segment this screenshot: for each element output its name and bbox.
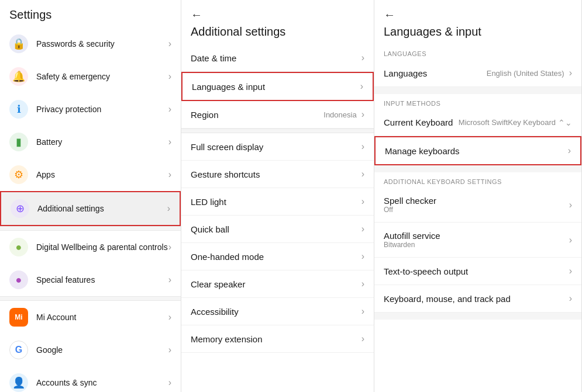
left-menu-item-battery[interactable]: ▮Battery› bbox=[0, 126, 181, 158]
mid-chevron-languages: › bbox=[360, 81, 363, 92]
mid-item-gesture[interactable]: Gesture shortcuts› bbox=[181, 161, 374, 188]
chevron-icon-accounts: › bbox=[168, 377, 171, 388]
icon-accounts: 👤 bbox=[9, 373, 28, 392]
section-divider bbox=[374, 165, 581, 172]
section-label-languages: LANGUAGES bbox=[374, 44, 581, 60]
mid-item-label-fullscreen: Full screen display bbox=[191, 142, 263, 152]
right-item-right-autofill: › bbox=[567, 235, 572, 245]
right-item-group-autofill: Autofill serviceBitwarden bbox=[384, 231, 440, 249]
mid-item-onehanded[interactable]: One-handed mode› bbox=[181, 243, 374, 270]
right-item-autofill[interactable]: Autofill serviceBitwarden› bbox=[374, 223, 581, 258]
left-item-label-apps: Apps bbox=[36, 170, 168, 179]
mid-chevron-fullscreen: › bbox=[361, 141, 364, 152]
icon-special: ● bbox=[9, 270, 28, 289]
right-item-manage-keyboards[interactable]: Manage keyboards› bbox=[374, 136, 581, 165]
chevron-icon-wellbeing: › bbox=[168, 242, 171, 252]
right-item-value-current-keyboard: Microsoft SwiftKey Keyboard bbox=[459, 118, 556, 127]
left-item-label-wellbeing: Digital Wellbeing & parental controls bbox=[36, 242, 168, 252]
chevron-icon-apps: › bbox=[168, 169, 171, 180]
right-item-value-languages: English (United States) bbox=[487, 69, 564, 78]
right-chevron-autofill: › bbox=[569, 235, 572, 245]
chevron-icon-mi: › bbox=[168, 312, 171, 322]
mid-chevron-memory: › bbox=[361, 334, 364, 344]
right-item-right-spell-checker: › bbox=[567, 200, 572, 210]
mid-item-led[interactable]: LED light› bbox=[181, 188, 374, 216]
mid-chevron-clearspeaker: › bbox=[361, 279, 364, 289]
mid-item-label-region: Region bbox=[191, 110, 219, 120]
right-back-arrow[interactable]: ← bbox=[384, 8, 572, 22]
mid-chevron-onehanded: › bbox=[361, 251, 364, 262]
right-item-group-keyboard-mouse: Keyboard, mouse, and track pad bbox=[384, 294, 511, 304]
chevron-icon-google: › bbox=[168, 345, 171, 355]
left-item-label-passwords: Passwords & security bbox=[36, 39, 168, 48]
right-chevron-tts: › bbox=[569, 266, 572, 276]
mid-chevron-led: › bbox=[361, 196, 364, 207]
section-divider bbox=[374, 87, 581, 94]
chevron-icon-passwords: › bbox=[168, 39, 171, 49]
right-chevron-spell-checker: › bbox=[569, 200, 572, 210]
right-item-spell-checker[interactable]: Spell checkerOff› bbox=[374, 188, 581, 223]
icon-battery: ▮ bbox=[9, 133, 28, 151]
mid-item-quickball[interactable]: Quick ball› bbox=[181, 216, 374, 243]
right-item-sub-autofill: Bitwarden bbox=[384, 241, 440, 249]
right-item-group-spell-checker: Spell checkerOff bbox=[384, 196, 436, 214]
mid-panel-title: Additional settings bbox=[191, 25, 364, 39]
mid-item-clearspeaker[interactable]: Clear speaker› bbox=[181, 270, 374, 298]
mid-item-label-onehanded: One-handed mode bbox=[191, 252, 264, 262]
right-item-label-manage-keyboards: Manage keyboards bbox=[385, 146, 460, 156]
mid-item-label-memory: Memory extension bbox=[191, 334, 263, 344]
right-item-current-keyboard[interactable]: Current KeyboardMicrosoft SwiftKey Keybo… bbox=[374, 109, 581, 136]
mid-item-datetime[interactable]: Date & time› bbox=[181, 44, 374, 72]
left-item-label-special: Special features bbox=[36, 275, 168, 285]
right-item-keyboard-mouse[interactable]: Keyboard, mouse, and track pad› bbox=[374, 285, 581, 313]
right-item-group-manage-keyboards: Manage keyboards bbox=[385, 146, 460, 156]
icon-wellbeing: ● bbox=[9, 238, 28, 256]
left-menu-item-safety[interactable]: 🔔Safety & emergency› bbox=[0, 60, 181, 93]
icon-google: G bbox=[9, 341, 28, 359]
mid-panel-header: ← Additional settings bbox=[181, 0, 374, 44]
section-label-input-methods: INPUT METHODS bbox=[374, 94, 581, 109]
chevron-icon-privacy: › bbox=[168, 104, 171, 115]
mid-settings-list: Date & time›Languages & input›RegionIndo… bbox=[181, 44, 374, 392]
left-panel-header: Settings bbox=[0, 0, 181, 27]
mid-panel: ← Additional settings Date & time›Langua… bbox=[181, 0, 374, 392]
left-menu-item-additional[interactable]: ⊕Additional settings› bbox=[0, 191, 181, 226]
left-item-label-safety: Safety & emergency bbox=[36, 72, 168, 81]
right-panel-title: Languages & input bbox=[384, 25, 572, 39]
right-item-languages[interactable]: LanguagesEnglish (United States)› bbox=[374, 60, 581, 87]
section-divider bbox=[374, 313, 581, 320]
icon-apps: ⚙ bbox=[9, 165, 28, 184]
right-item-group-current-keyboard: Current Keyboard bbox=[384, 117, 453, 127]
mid-item-region[interactable]: RegionIndonesia› bbox=[181, 101, 374, 129]
left-menu-item-accounts[interactable]: 👤Accounts & sync› bbox=[0, 366, 181, 392]
mid-item-fullscreen[interactable]: Full screen display› bbox=[181, 133, 374, 161]
right-item-label-current-keyboard: Current Keyboard bbox=[384, 117, 453, 127]
right-item-group-tts: Text-to-speech output bbox=[384, 266, 468, 276]
mid-back-arrow[interactable]: ← bbox=[191, 8, 364, 22]
mid-item-memory[interactable]: Memory extension› bbox=[181, 325, 374, 353]
mid-item-label-quickball: Quick ball bbox=[191, 224, 229, 234]
mid-item-label-clearspeaker: Clear speaker bbox=[191, 279, 245, 289]
chevron-icon-additional: › bbox=[167, 203, 170, 214]
mid-chevron-datetime: › bbox=[361, 53, 364, 63]
mid-item-accessibility[interactable]: Accessibility› bbox=[181, 298, 374, 325]
right-item-right-keyboard-mouse: › bbox=[567, 293, 572, 304]
section-label-additional-keyboard-settings: ADDITIONAL KEYBOARD SETTINGS bbox=[374, 172, 581, 188]
mid-item-label-led: LED light bbox=[191, 197, 226, 207]
left-menu-item-wellbeing[interactable]: ●Digital Wellbeing & parental controls› bbox=[0, 231, 181, 263]
left-menu-item-apps[interactable]: ⚙Apps› bbox=[0, 158, 181, 191]
left-menu-item-privacy[interactable]: ℹPrivacy protection› bbox=[0, 93, 181, 126]
right-item-tts[interactable]: Text-to-speech output› bbox=[374, 258, 581, 285]
left-item-label-additional: Additional settings bbox=[37, 204, 167, 213]
left-menu-item-special[interactable]: ●Special features› bbox=[0, 263, 181, 296]
icon-passwords: 🔒 bbox=[9, 34, 28, 53]
mid-chevron-quickball: › bbox=[361, 224, 364, 234]
mid-item-languages[interactable]: Languages & input› bbox=[181, 72, 374, 101]
left-menu-item-google[interactable]: GGoogle› bbox=[0, 334, 181, 366]
mid-item-label-gesture: Gesture shortcuts bbox=[191, 169, 260, 179]
left-menu-item-passwords[interactable]: 🔒Passwords & security› bbox=[0, 27, 181, 60]
icon-safety: 🔔 bbox=[9, 67, 28, 86]
left-item-label-battery: Battery bbox=[36, 137, 168, 147]
left-menu-item-mi[interactable]: MiMi Account› bbox=[0, 301, 181, 334]
icon-privacy: ℹ bbox=[9, 100, 28, 119]
